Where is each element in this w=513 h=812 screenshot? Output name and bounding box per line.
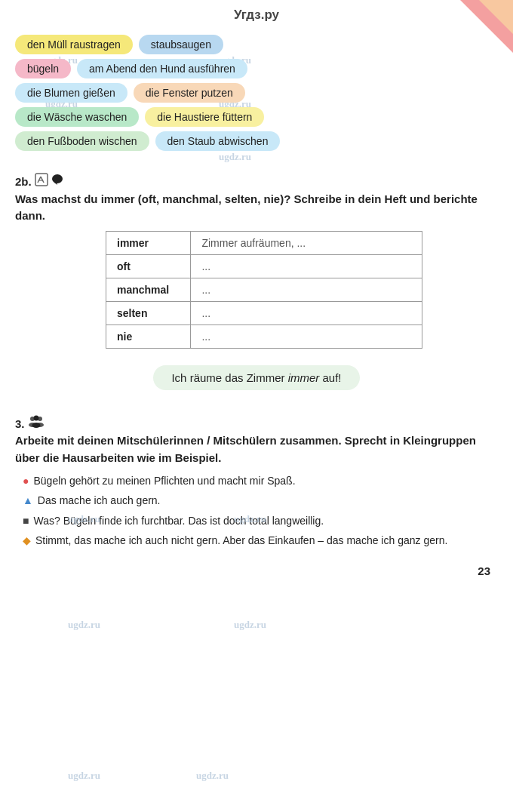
chip-wasche: die Wäsche waschen (15, 107, 139, 127)
people-icon (28, 415, 45, 429)
page-header: Угдз.ру (0, 0, 513, 29)
chip-fussboden: den Fußboden wischen (15, 131, 149, 151)
dialogue: ● Bügeln gehört zu meinen Pflichten und … (15, 472, 498, 549)
table-value: ... (191, 254, 422, 278)
chips-area: den Müll raustragen staubsaugen bügeln a… (0, 29, 513, 158)
chip-fenster: die Fenster putzen (134, 83, 245, 103)
table-row: oft... (106, 254, 422, 278)
example-box: Ich räume das Zimmer immer auf! (153, 365, 359, 390)
example-wrapper: Ich räume das Zimmer immer auf! (0, 353, 513, 402)
table-key: manchmal (106, 278, 191, 301)
chip-blumen: die Blumen gießen (15, 83, 127, 103)
dialogue-item-4: ◆ Stimmt, das mache ich auch nicht gern.… (23, 532, 490, 549)
chip-staubsaugen: staubsaugen (139, 35, 223, 54)
example-text: Ich räume das Zimmer immer auf! (171, 371, 341, 384)
section-2b: 2b. Was machst du immer (oft, manchmal, … (0, 166, 513, 353)
section-3: 3. Arbeite mit deinen Mitschülerinnen / … (0, 410, 513, 557)
dialogue-text-4: Stimmt, das mache ich auch nicht gern. A… (35, 532, 447, 549)
dialogue-text-1: Bügeln gehört zu meinen Pflichten und ma… (33, 472, 295, 489)
vocab-table-wrapper: immerZimmer aufräumen, ...oft...manchmal… (15, 231, 498, 349)
dialogue-item-1: ● Bügeln gehört zu meinen Pflichten und … (23, 472, 490, 489)
svg-line-1 (38, 177, 41, 183)
page-number-area: 23 (0, 557, 513, 585)
table-value: ... (191, 301, 422, 324)
chip-haustiere: die Haustiere füttern (145, 107, 264, 127)
table-key: immer (106, 231, 191, 254)
table-key: nie (106, 324, 191, 348)
section-2b-label: 2b. Was machst du immer (oft, manchmal, … (15, 174, 498, 225)
watermark-8: ugdz.ru (68, 619, 100, 631)
chips-row-5: den Fußboden wischen den Staub abwischen (15, 131, 498, 151)
bullet-triangle: ▲ (23, 492, 33, 509)
table-value: ... (191, 278, 422, 301)
chips-row-2: bügeln am Abend den Hund ausführen (15, 59, 498, 78)
bullet-diamond: ◆ (23, 532, 31, 549)
edit-icon (35, 173, 48, 186)
table-row: nie... (106, 324, 422, 348)
svg-rect-0 (35, 174, 48, 186)
watermark-10: ugdz.ru (68, 770, 100, 782)
table-key: oft (106, 254, 191, 278)
chips-row-4: die Wäsche waschen die Haustiere füttern (15, 107, 498, 127)
chip-hund: am Abend den Hund ausführen (77, 59, 247, 78)
page-title: Угдз.ру (234, 8, 279, 22)
svg-point-4 (52, 174, 63, 183)
section-2b-text: Was machst du immer (oft, manchmal, selt… (15, 191, 498, 225)
chip-mull: den Müll raustragen (15, 35, 133, 54)
chip-bugeln: bügeln (15, 59, 71, 78)
table-value: ... (191, 324, 422, 348)
watermark-9: ugdz.ru (234, 619, 266, 631)
dialogue-text-2: Das mache ich auch gern. (38, 492, 161, 509)
dialogue-item-3: ■ Was? Bügeln finde ich furchtbar. Das i… (23, 512, 490, 529)
bullet-square: ■ (23, 512, 29, 529)
table-row: manchmal... (106, 278, 422, 301)
section-2b-number: 2b. (15, 174, 32, 191)
vocab-table: immerZimmer aufräumen, ...oft...manchmal… (106, 231, 422, 349)
chips-row-1: den Müll raustragen staubsaugen (15, 35, 498, 54)
section-3-label: 3. Arbeite mit deinen Mitschülerinnen / … (15, 416, 498, 467)
svg-point-11 (32, 423, 40, 428)
table-row: selten... (106, 301, 422, 324)
page-number: 23 (478, 564, 490, 577)
chat-icon (51, 173, 64, 186)
chips-row-3: die Blumen gießen die Fenster putzen (15, 83, 498, 103)
section-3-text: Arbeite mit deinen Mitschülerinnen / Mit… (15, 432, 498, 466)
table-value: Zimmer aufräumen, ... (191, 231, 422, 254)
table-row: immerZimmer aufräumen, ... (106, 231, 422, 254)
watermark-11: ugdz.ru (196, 770, 229, 782)
dialogue-text-3: Was? Bügeln finde ich furchtbar. Das ist… (33, 512, 324, 529)
svg-point-8 (33, 415, 38, 420)
dialogue-item-2: ▲ Das mache ich auch gern. (23, 492, 490, 509)
bullet-circle: ● (23, 472, 29, 489)
table-key: selten (106, 301, 191, 324)
svg-line-2 (41, 177, 44, 183)
chip-staub: den Staub abwischen (155, 131, 281, 151)
section-3-number: 3. (15, 416, 25, 433)
